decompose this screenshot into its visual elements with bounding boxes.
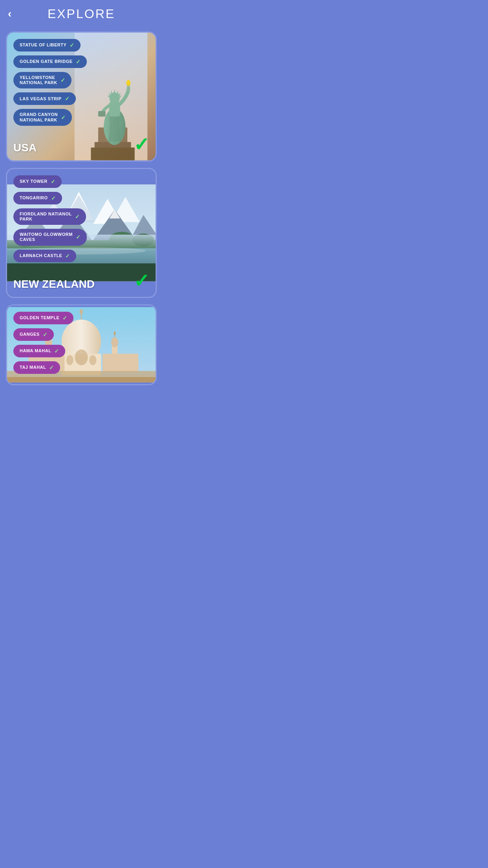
completion-checkmark-nz: ✓ [134, 272, 149, 291]
country-card-nz: SKY TOWER ✓ TONGARIRO ✓ FIORDLAND NATIAN… [6, 168, 157, 298]
landmark-badge-sky-tower[interactable]: SKY TOWER ✓ [13, 175, 62, 188]
landmark-label: GOLDEN TEMPLE [20, 315, 59, 320]
landmark-label: FIORDLAND NATIANOLPARK [20, 211, 72, 222]
landmark-badge-fiordland[interactable]: FIORDLAND NATIANOLPARK ✓ [13, 208, 86, 225]
country-name-usa: USA [13, 142, 37, 154]
check-icon: ✓ [65, 96, 70, 102]
landmark-label: HAWA MAHAL [20, 348, 51, 353]
landmark-badge-statue-of-liberty[interactable]: STATUE OF LIBERTY ✓ [13, 39, 81, 51]
check-icon: ✓ [54, 348, 59, 354]
landmark-label: GOLDEN GATE BRIDGE [20, 59, 73, 64]
check-icon: ✓ [62, 315, 67, 321]
landmark-badge-yellowstone[interactable]: YELLOWSTONENATIONAL PARK ✓ [13, 72, 72, 88]
country-card-usa: STATUE OF LIBERTY ✓ GOLDEN GATE BRIDGE ✓… [6, 31, 157, 162]
country-card-india: GOLDEN TEMPLE ✓ GANGES ✓ HAWA MAHAL ✓ TA… [6, 304, 157, 385]
check-icon: ✓ [43, 331, 48, 338]
landmark-badge-ganges[interactable]: GANGES ✓ [13, 328, 54, 341]
check-icon: ✓ [51, 195, 56, 201]
completion-checkmark-usa: ✓ [134, 135, 149, 154]
landmark-label: STATUE OF LIBERTY [20, 42, 66, 48]
nz-landmarks: SKY TOWER ✓ TONGARIRO ✓ FIORDLAND NATIAN… [7, 169, 156, 268]
check-icon: ✓ [61, 114, 66, 121]
country-name-nz: NEW ZEALAND [13, 278, 95, 291]
usa-landmarks: STATUE OF LIBERTY ✓ GOLDEN GATE BRIDGE ✓… [7, 33, 156, 132]
landmark-label: SKY TOWER [20, 179, 48, 184]
landmark-label: LARNACH CASTLE [20, 253, 62, 258]
landmark-label: GRAND CANYONNATIONAL PARK [20, 112, 58, 122]
landmark-badge-golden-temple[interactable]: GOLDEN TEMPLE ✓ [13, 312, 73, 324]
page-title: EXPLORE [48, 7, 115, 21]
landmark-label: GANGES [20, 332, 40, 337]
landmark-badge-hawa-mahal[interactable]: HAWA MAHAL ✓ [13, 345, 65, 357]
india-landmarks: GOLDEN TEMPLE ✓ GANGES ✓ HAWA MAHAL ✓ TA… [7, 305, 156, 380]
app-header: ‹ EXPLORE [0, 0, 163, 28]
check-icon: ✓ [49, 364, 54, 371]
check-icon: ✓ [51, 178, 55, 185]
landmark-badge-las-vegas[interactable]: LAS VEGAS STRIP ✓ [13, 92, 76, 105]
check-icon: ✓ [76, 59, 81, 65]
landmark-badge-larnach[interactable]: LARNACH CASTLE ✓ [13, 250, 76, 262]
landmark-label: TONGARIRO [20, 195, 48, 200]
landmark-badge-golden-gate[interactable]: GOLDEN GATE BRIDGE ✓ [13, 55, 87, 68]
landmark-label: YELLOWSTONENATIONAL PARK [20, 75, 57, 85]
landmark-label: TAJ MAHAL [20, 365, 46, 370]
usa-footer: USA ✓ [7, 132, 156, 160]
landmark-label: WAITOMO GLOWWORMCAVES [20, 232, 73, 242]
check-icon: ✓ [70, 42, 74, 48]
nz-footer: NEW ZEALAND ✓ [7, 268, 156, 297]
landmark-badge-tongariro[interactable]: TONGARIRO ✓ [13, 192, 62, 204]
landmark-badge-waitomo[interactable]: WAITOMO GLOWWORMCAVES ✓ [13, 229, 87, 245]
main-content: STATUE OF LIBERTY ✓ GOLDEN GATE BRIDGE ✓… [0, 28, 163, 389]
check-icon: ✓ [61, 77, 65, 83]
landmark-badge-grand-canyon[interactable]: GRAND CANYONNATIONAL PARK ✓ [13, 109, 72, 125]
landmark-badge-taj-mahal[interactable]: TAJ MAHAL ✓ [13, 361, 60, 374]
back-button[interactable]: ‹ [8, 7, 11, 20]
check-icon: ✓ [65, 253, 70, 259]
landmark-label: LAS VEGAS STRIP [20, 96, 62, 101]
check-icon: ✓ [75, 213, 80, 220]
check-icon: ✓ [76, 234, 81, 240]
